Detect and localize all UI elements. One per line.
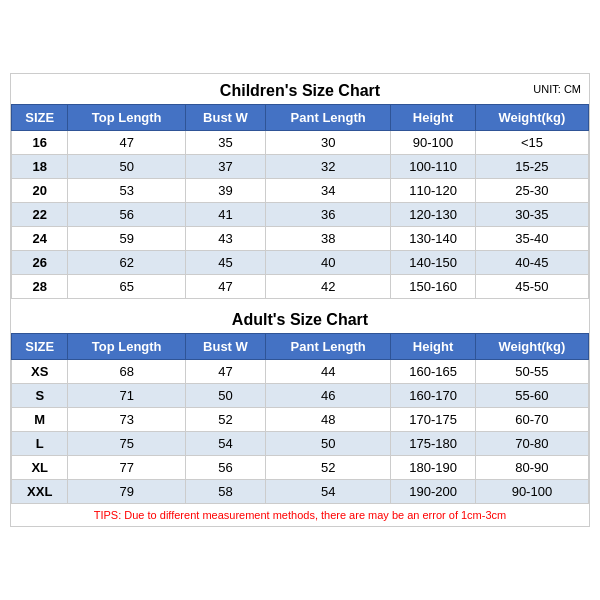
chart-container: Children's Size Chart UNIT: CM SIZE Top … — [10, 73, 590, 527]
data-cell: 100-110 — [391, 155, 476, 179]
data-cell: 37 — [185, 155, 265, 179]
size-cell: 24 — [12, 227, 68, 251]
size-cell: XXL — [12, 480, 68, 504]
table-row: XL775652180-19080-90 — [12, 456, 589, 480]
data-cell: 120-130 — [391, 203, 476, 227]
data-cell: 45-50 — [475, 275, 588, 299]
table-row: 1647353090-100<15 — [12, 131, 589, 155]
data-cell: <15 — [475, 131, 588, 155]
data-cell: 130-140 — [391, 227, 476, 251]
data-cell: 32 — [266, 155, 391, 179]
data-cell: 55-60 — [475, 384, 588, 408]
table-row: 28654742150-16045-50 — [12, 275, 589, 299]
adult-table: SIZE Top Length Bust W Pant Length Heigh… — [11, 333, 589, 504]
children-col-bust-w: Bust W — [185, 105, 265, 131]
data-cell: 30 — [266, 131, 391, 155]
data-cell: 58 — [185, 480, 265, 504]
data-cell: 190-200 — [391, 480, 476, 504]
table-row: M735248170-17560-70 — [12, 408, 589, 432]
size-cell: 18 — [12, 155, 68, 179]
data-cell: 40 — [266, 251, 391, 275]
data-cell: 71 — [68, 384, 185, 408]
table-row: XS684744160-16550-55 — [12, 360, 589, 384]
size-cell: XL — [12, 456, 68, 480]
data-cell: 90-100 — [391, 131, 476, 155]
data-cell: 47 — [68, 131, 185, 155]
table-row: 18503732100-11015-25 — [12, 155, 589, 179]
size-cell: L — [12, 432, 68, 456]
unit-label: UNIT: CM — [533, 83, 581, 95]
data-cell: 48 — [266, 408, 391, 432]
data-cell: 59 — [68, 227, 185, 251]
data-cell: 60-70 — [475, 408, 588, 432]
adult-col-pant-length: Pant Length — [266, 334, 391, 360]
data-cell: 45 — [185, 251, 265, 275]
table-row: 24594338130-14035-40 — [12, 227, 589, 251]
data-cell: 50 — [185, 384, 265, 408]
table-row: 20533934110-12025-30 — [12, 179, 589, 203]
data-cell: 47 — [185, 360, 265, 384]
data-cell: 50 — [266, 432, 391, 456]
data-cell: 34 — [266, 179, 391, 203]
data-cell: 75 — [68, 432, 185, 456]
children-tbody: 1647353090-100<1518503732100-11015-25205… — [12, 131, 589, 299]
data-cell: 150-160 — [391, 275, 476, 299]
data-cell: 54 — [266, 480, 391, 504]
children-col-size: SIZE — [12, 105, 68, 131]
children-title-text: Children's Size Chart — [220, 82, 380, 99]
data-cell: 47 — [185, 275, 265, 299]
data-cell: 180-190 — [391, 456, 476, 480]
size-cell: 16 — [12, 131, 68, 155]
data-cell: 62 — [68, 251, 185, 275]
data-cell: 160-170 — [391, 384, 476, 408]
data-cell: 170-175 — [391, 408, 476, 432]
data-cell: 52 — [185, 408, 265, 432]
data-cell: 35 — [185, 131, 265, 155]
data-cell: 46 — [266, 384, 391, 408]
data-cell: 54 — [185, 432, 265, 456]
table-row: 26624540140-15040-45 — [12, 251, 589, 275]
data-cell: 90-100 — [475, 480, 588, 504]
data-cell: 52 — [266, 456, 391, 480]
data-cell: 70-80 — [475, 432, 588, 456]
table-row: 22564136120-13030-35 — [12, 203, 589, 227]
data-cell: 43 — [185, 227, 265, 251]
data-cell: 44 — [266, 360, 391, 384]
children-header-row: SIZE Top Length Bust W Pant Length Heigh… — [12, 105, 589, 131]
data-cell: 73 — [68, 408, 185, 432]
data-cell: 65 — [68, 275, 185, 299]
data-cell: 40-45 — [475, 251, 588, 275]
data-cell: 56 — [68, 203, 185, 227]
data-cell: 140-150 — [391, 251, 476, 275]
data-cell: 39 — [185, 179, 265, 203]
adult-title: Adult's Size Chart — [11, 303, 589, 333]
children-col-weight: Weight(kg) — [475, 105, 588, 131]
data-cell: 110-120 — [391, 179, 476, 203]
data-cell: 15-25 — [475, 155, 588, 179]
size-cell: 22 — [12, 203, 68, 227]
children-title: Children's Size Chart UNIT: CM — [11, 74, 589, 104]
size-cell: 26 — [12, 251, 68, 275]
size-cell: XS — [12, 360, 68, 384]
data-cell: 30-35 — [475, 203, 588, 227]
children-col-height: Height — [391, 105, 476, 131]
data-cell: 50 — [68, 155, 185, 179]
data-cell: 80-90 — [475, 456, 588, 480]
adult-col-bust-w: Bust W — [185, 334, 265, 360]
size-cell: S — [12, 384, 68, 408]
data-cell: 77 — [68, 456, 185, 480]
data-cell: 35-40 — [475, 227, 588, 251]
adult-header-row: SIZE Top Length Bust W Pant Length Heigh… — [12, 334, 589, 360]
data-cell: 79 — [68, 480, 185, 504]
table-row: L755450175-18070-80 — [12, 432, 589, 456]
data-cell: 25-30 — [475, 179, 588, 203]
tips-text: TIPS: Due to different measurement metho… — [11, 504, 589, 526]
data-cell: 56 — [185, 456, 265, 480]
data-cell: 42 — [266, 275, 391, 299]
data-cell: 53 — [68, 179, 185, 203]
adult-title-text: Adult's Size Chart — [232, 311, 368, 328]
data-cell: 68 — [68, 360, 185, 384]
data-cell: 160-165 — [391, 360, 476, 384]
children-col-pant-length: Pant Length — [266, 105, 391, 131]
data-cell: 38 — [266, 227, 391, 251]
